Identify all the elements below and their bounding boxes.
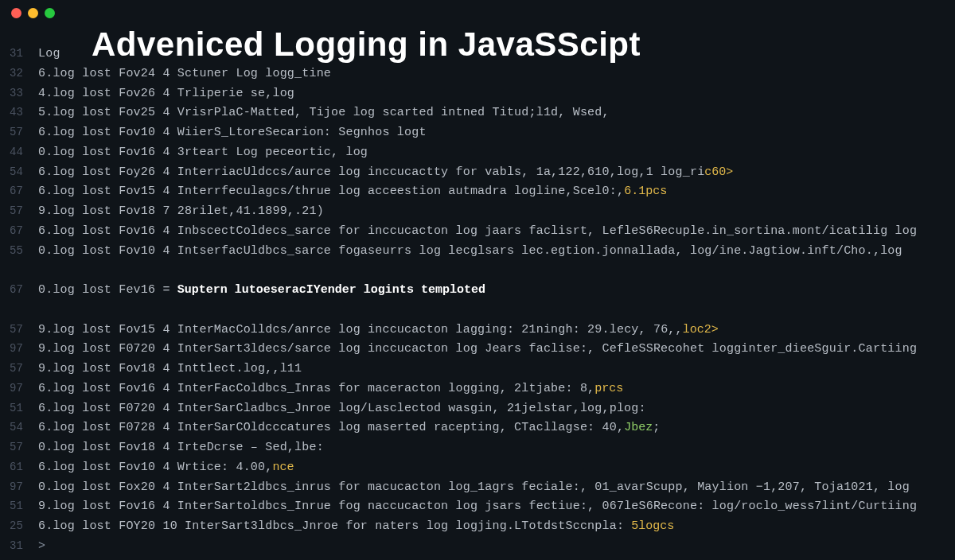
line-number: 97 xyxy=(10,340,38,358)
code-highlight: 5logcs xyxy=(631,517,674,537)
code-text: 6.log lost Foy26 4 InterriacUldccs/aurce… xyxy=(38,163,704,183)
code-text: 6.log lost Fov24 4 Sctuner Log logg_tine xyxy=(38,64,331,84)
code-text: 9.log lost Fov18 4 Inttlect.log,,l11 xyxy=(38,360,302,379)
line-number: 61 xyxy=(10,458,38,476)
code-line: 516.log lost F0720 4 InterSarCladbcs_Jnr… xyxy=(10,399,955,419)
code-line: 579.log lost Fov15 4 InterMacColldcs/anr… xyxy=(10,321,955,340)
code-text: 9.log lost Fov15 4 InterMacColldcs/anrce… xyxy=(38,321,521,340)
code-line: 979.log lost F0720 4 InterSart3ldecs/sar… xyxy=(10,340,955,360)
code-text: 0.log lost Fox20 4 InterSart2ldbcs_inrus… xyxy=(38,478,910,498)
line-number: 57 xyxy=(10,123,38,142)
code-text: : 29.lecy, 76,, xyxy=(573,321,683,340)
page-title: Adveniced Logging in JavaSScipt xyxy=(92,25,641,64)
line-number: 51 xyxy=(10,399,38,418)
line-number: 31 xyxy=(10,537,38,555)
code-text: 9.log lost F0720 4 InterSart3ldecs/sarce… xyxy=(38,340,917,360)
line-number: 54 xyxy=(10,418,38,437)
code-text: 0.log lost Fov16 4 3rteart Log peceortic… xyxy=(38,143,368,163)
code-text: 21ningh xyxy=(521,321,572,340)
code-line: 326.log lost Fov24 4 Sctuner Log logg_ti… xyxy=(10,64,955,84)
code-text: 6.log lost Fov16 4 InterFacColdbcs_Inras… xyxy=(38,379,594,399)
code-text: 4.log lost Fov26 4 Trliperie se,log xyxy=(38,84,294,104)
line-number: 67 xyxy=(10,182,38,200)
code-text: 6.log lost Fov16 4 InbscectColdecs_sarce… xyxy=(38,222,917,242)
line-number: 43 xyxy=(10,103,38,122)
line-number: 57 xyxy=(10,360,38,378)
line-number: 67 xyxy=(10,281,38,299)
code-text: 6.log lost F0720 4 InterSarCladbcs_Jnroe… xyxy=(38,399,646,419)
code-text: ; xyxy=(653,418,660,438)
line-number: 97 xyxy=(10,379,38,398)
code-text: 6.log lost Fov10 4 Wrtice: 4.00, xyxy=(38,458,272,478)
code-text: 9.log lost Fov16 4 InterSartoldbcs_Inrue… xyxy=(38,497,917,517)
code-line: 970.log lost Fox20 4 InterSart2ldbcs_inr… xyxy=(10,478,955,498)
code-line xyxy=(10,301,955,321)
line-number: 54 xyxy=(10,163,38,181)
line-number: 31 xyxy=(10,45,38,63)
code-highlight: prcs xyxy=(594,379,623,399)
code-line: 579.log lost Fov18 4 Inttlect.log,,l11 xyxy=(10,360,955,379)
line-number: 97 xyxy=(10,478,38,496)
code-text: 6.log lost Fov15 4 Interrfeculagcs/thrue… xyxy=(38,182,624,202)
code-text: 6.log lost F0728 4 InterSarCOldcccatures… xyxy=(38,418,624,438)
code-text: Log xyxy=(38,45,60,64)
code-line: 550.log lost Fov10 4 IntserfacUldbcs_sar… xyxy=(10,242,955,262)
line-number: 25 xyxy=(10,517,38,535)
line-number: 57 xyxy=(10,438,38,457)
code-area: 31Log326.log lost Fov24 4 Sctuner Log lo… xyxy=(0,45,955,557)
code-line: 576.log lost Fov10 4 WiierS_LtoreSecario… xyxy=(10,123,955,143)
close-icon[interactable] xyxy=(11,8,21,18)
code-line: 334.log lost Fov26 4 Trliperie se,log xyxy=(10,84,955,104)
code-line xyxy=(10,261,955,281)
line-number: 57 xyxy=(10,321,38,339)
code-line: 546.log lost Foy26 4 InterriacUldccs/aur… xyxy=(10,163,955,183)
window-traffic-lights[interactable] xyxy=(11,8,55,18)
code-line: 440.log lost Fov16 4 3rteart Log peceort… xyxy=(10,143,955,163)
code-line: 546.log lost F0728 4 InterSarCOldcccatur… xyxy=(10,418,955,438)
maximize-icon[interactable] xyxy=(45,8,55,18)
line-number: 32 xyxy=(10,64,38,83)
code-highlight: loc2> xyxy=(683,321,719,340)
code-highlight: Jbez xyxy=(624,418,653,438)
code-line: 435.log lost Fov25 4 VrisrPlaC-Matted, T… xyxy=(10,103,955,123)
code-text: 0.log lost Fov18 4 IrteDcrse – Sed,lbe: xyxy=(38,438,324,458)
code-line: 616.log lost Fov10 4 Wrtice: 4.00,nce xyxy=(10,458,955,478)
code-text: 5.log lost Fov25 4 VrisrPlaC-Matted, Tij… xyxy=(38,103,610,123)
line-number: 57 xyxy=(10,202,38,220)
code-text: 6.log lost Fov10 4 WiierS_LtoreSecarion:… xyxy=(38,123,427,143)
code-text: 0.log lost Fev16 = xyxy=(38,281,177,301)
code-text: 6.log lost FOY20 10 InterSart3ldbcs_Jnro… xyxy=(38,517,631,537)
code-highlight: 6.1pcs xyxy=(624,182,667,202)
line-number: 55 xyxy=(10,242,38,260)
code-line: 31> xyxy=(10,537,955,557)
line-number: 67 xyxy=(10,222,38,240)
minimize-icon[interactable] xyxy=(28,8,38,18)
line-number: 44 xyxy=(10,143,38,161)
code-line: 579.log lost Fov18 7 28rilet,41.1899,.21… xyxy=(10,202,955,222)
prompt-caret[interactable]: > xyxy=(38,537,45,557)
code-line: 676.log lost Fov15 4 Interrfeculagcs/thr… xyxy=(10,182,955,202)
code-line: 256.log lost FOY20 10 InterSart3ldbcs_Jn… xyxy=(10,517,955,537)
code-highlight: c60> xyxy=(704,163,733,183)
code-line: 670.log lost Fev16 = Suptern lutoeseracI… xyxy=(10,281,955,301)
code-line: 976.log lost Fov16 4 InterFacColdbcs_Inr… xyxy=(10,379,955,399)
code-highlight: nce xyxy=(272,458,294,478)
code-line: 676.log lost Fov16 4 InbscectColdecs_sar… xyxy=(10,222,955,242)
code-line: 519.log lost Fov16 4 InterSartoldbcs_Inr… xyxy=(10,497,955,517)
code-text: 9.log lost Fov18 7 28rilet,41.1899,.21) xyxy=(38,202,324,222)
code-text: 0.log lost Fov10 4 IntserfacUldbcs_sarce… xyxy=(38,242,902,262)
code-text-bold: Suptern lutoeseracIYender logints templo… xyxy=(177,281,485,301)
line-number: 33 xyxy=(10,84,38,103)
code-line: 570.log lost Fov18 4 IrteDcrse – Sed,lbe… xyxy=(10,438,955,458)
line-number: 51 xyxy=(10,497,38,515)
